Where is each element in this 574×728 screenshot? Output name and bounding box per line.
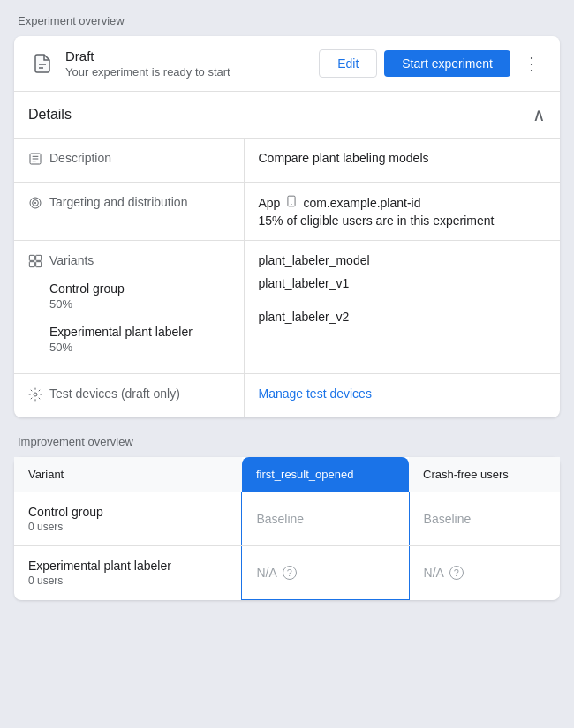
test-devices-value: Manage test devices [244, 374, 560, 418]
control-group-users: 0 users [28, 521, 227, 533]
description-label-text: Description [49, 151, 111, 165]
draft-subtitle: Your experiment is ready to start [65, 65, 319, 79]
experimental-first-result-cell: N/A ? [242, 546, 409, 600]
document-icon [28, 49, 57, 78]
experiment-card: Draft Your experiment is ready to start … [14, 36, 560, 417]
app-name: com.example.plant-id [303, 196, 420, 210]
control-group-row-name: Control group [28, 505, 227, 519]
experiment-overview-label: Experiment overview [14, 14, 560, 27]
crash-free-help-icon[interactable]: ? [449, 566, 464, 580]
experimental-improvement-row: Experimental plant labeler 0 users N/A ?… [14, 546, 560, 600]
svg-point-10 [291, 204, 292, 205]
experimental-users: 0 users [28, 574, 227, 587]
svg-rect-14 [36, 262, 42, 267]
app-icon [285, 195, 298, 210]
test-devices-label: Test devices (draft only) [28, 387, 230, 405]
details-header: Details ∧ [14, 92, 560, 139]
svg-rect-13 [29, 262, 34, 267]
svg-rect-11 [29, 255, 34, 260]
targeting-label-text: Targeting and distribution [49, 195, 187, 209]
experimental-crash-free-cell: N/A ? [409, 546, 560, 600]
start-experiment-button[interactable]: Start experiment [384, 50, 510, 77]
description-icon [28, 152, 42, 169]
control-crash-free-cell: Baseline [409, 492, 560, 546]
draft-title: Draft [65, 49, 319, 64]
variants-models: plant_labeler_model plant_labeler_v1 pla… [244, 241, 560, 374]
experimental-cell: Experimental plant labeler 0 users [14, 546, 242, 600]
svg-point-15 [34, 393, 37, 396]
model-col-header: plant_labeler_model [259, 253, 547, 267]
control-group-cell: Control group 0 users [14, 492, 242, 546]
control-group-pct: 50% [49, 297, 193, 311]
test-devices-row: Test devices (draft only) Manage test de… [14, 374, 560, 418]
edit-button[interactable]: Edit [319, 49, 377, 78]
description-value: Compare plant labeling models [244, 139, 560, 183]
details-table: Description Compare plant labeling model… [14, 139, 560, 417]
collapse-button[interactable]: ∧ [532, 104, 546, 125]
control-first-result-baseline: Baseline [256, 512, 304, 526]
model-v2: plant_labeler_v2 [259, 310, 547, 324]
targeting-value: App com.example.plant-id 15% of eligible… [244, 183, 560, 241]
variants-content: Variants Control group 50% Experimental … [49, 253, 193, 361]
manage-test-devices-link[interactable]: Manage test devices [259, 387, 372, 401]
experimental-first-result-na: N/A ? [256, 566, 394, 580]
variant-group-experimental: Experimental plant labeler 50% [49, 325, 193, 354]
control-group-name: Control group [49, 281, 193, 296]
variants-icon [28, 254, 42, 272]
experimental-row-name: Experimental plant labeler [28, 559, 227, 573]
targeting-label: Targeting and distribution [28, 195, 230, 214]
control-crash-free-baseline: Baseline [424, 512, 472, 526]
improvement-card: Variant first_result_opened Crash-free u… [14, 457, 560, 600]
crash-free-col-header: Crash-free users [409, 457, 560, 492]
experimental-group-name: Experimental plant labeler [49, 325, 193, 339]
details-title: Details [28, 107, 72, 123]
targeting-icon [28, 196, 42, 214]
draft-actions: Edit Start experiment ⋮ [319, 49, 546, 78]
description-label: Description [28, 151, 230, 169]
variants-row: Variants Control group 50% Experimental … [14, 241, 560, 374]
svg-rect-12 [36, 255, 42, 260]
first-result-col-header: first_result_opened [242, 457, 409, 492]
targeting-row: Targeting and distribution App com.examp… [14, 183, 560, 241]
targeting-app: App com.example.plant-id [259, 195, 547, 210]
description-row: Description Compare plant labeling model… [14, 139, 560, 183]
experimental-crash-free-na: N/A ? [424, 566, 546, 580]
app-prefix: App [259, 196, 281, 210]
model-v1: plant_labeler_v1 [259, 276, 547, 290]
first-result-help-icon[interactable]: ? [283, 566, 297, 580]
svg-point-8 [34, 202, 36, 204]
more-options-button[interactable]: ⋮ [517, 49, 546, 78]
variants-label-text: Variants [49, 253, 94, 267]
test-devices-label-text: Test devices (draft only) [49, 387, 180, 401]
control-group-improvement-row: Control group 0 users Baseline Baseline [14, 492, 560, 546]
variants-label: Variants Control group 50% Experimental … [28, 253, 230, 361]
control-first-result-cell: Baseline [242, 492, 409, 546]
improvement-overview-label: Improvement overview [14, 435, 560, 448]
experimental-group-pct: 50% [49, 341, 193, 354]
draft-info: Draft Your experiment is ready to start [65, 49, 319, 79]
variant-group-control: Control group 50% [49, 281, 193, 311]
improvement-table: Variant first_result_opened Crash-free u… [14, 457, 560, 600]
test-devices-icon [28, 387, 42, 405]
distribution-note: 15% of eligible users are in this experi… [259, 214, 547, 228]
draft-header: Draft Your experiment is ready to start … [14, 36, 560, 92]
improvement-header-row: Variant first_result_opened Crash-free u… [14, 457, 560, 492]
variant-col-header: Variant [14, 457, 242, 492]
